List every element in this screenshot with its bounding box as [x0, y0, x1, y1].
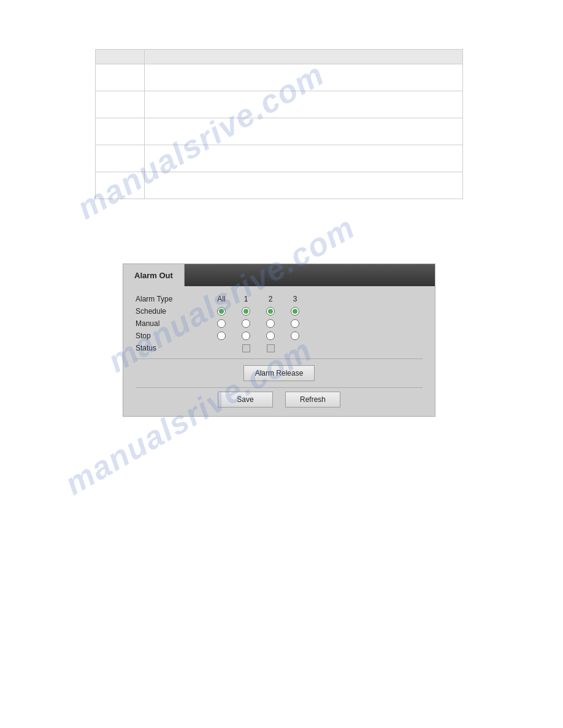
- row-3-left: [96, 118, 145, 145]
- schedule-label: Schedule: [136, 307, 209, 316]
- header-col-right: [144, 50, 462, 64]
- manual-radio-3[interactable]: [283, 319, 307, 328]
- alarm-release-row: Alarm Release: [136, 365, 423, 381]
- alarm-title-text: Alarm Out: [134, 271, 173, 280]
- bottom-buttons: Save Refresh: [136, 387, 423, 408]
- row-1-right: [144, 64, 462, 91]
- row-1-left: [96, 64, 145, 91]
- stop-radio-2-btn[interactable]: [266, 332, 275, 340]
- alarm-panel: Alarm Out Alarm Type All 1 2 3 Schedule: [123, 264, 435, 417]
- alarm-release-button[interactable]: Alarm Release: [243, 365, 315, 381]
- stop-radio-1-btn[interactable]: [242, 332, 250, 340]
- schedule-radio-all[interactable]: [209, 307, 234, 316]
- schedule-radio-3-btn[interactable]: [291, 307, 299, 316]
- row-3-right: [144, 118, 462, 145]
- row-2-right: [144, 91, 462, 118]
- col-header-1: 1: [234, 295, 258, 303]
- row-5-right: [144, 172, 462, 199]
- table-header-row: [96, 50, 463, 64]
- status-label: Status: [136, 344, 209, 352]
- stop-radio-3[interactable]: [283, 332, 307, 340]
- row-2-left: [96, 91, 145, 118]
- table-row: [96, 91, 463, 118]
- col-header-3: 3: [283, 295, 307, 303]
- alarm-panel-title: Alarm Out: [123, 264, 185, 286]
- stop-label: Stop: [136, 332, 209, 340]
- manual-radio-2-btn[interactable]: [266, 319, 275, 328]
- separator-1: [136, 358, 423, 359]
- table-row: [96, 145, 463, 172]
- stop-radio-all[interactable]: [209, 332, 234, 340]
- schedule-radio-2-btn[interactable]: [266, 307, 275, 316]
- schedule-radio-2[interactable]: [258, 307, 283, 316]
- stop-radio-3-btn[interactable]: [291, 332, 299, 340]
- row-4-right: [144, 145, 462, 172]
- table-row: [96, 64, 463, 91]
- status-cell-1[interactable]: [234, 344, 258, 352]
- save-button[interactable]: Save: [218, 392, 273, 408]
- row-5-left: [96, 172, 145, 199]
- stop-radio-all-btn[interactable]: [217, 332, 226, 340]
- manual-radio-all-btn[interactable]: [217, 319, 226, 328]
- manual-radio-1[interactable]: [234, 319, 258, 328]
- stop-radio-2[interactable]: [258, 332, 283, 340]
- row-4-left: [96, 145, 145, 172]
- manual-radio-1-btn[interactable]: [242, 319, 250, 328]
- manual-radio-all[interactable]: [209, 319, 234, 328]
- table-row: [96, 118, 463, 145]
- alarm-type-label: Alarm Type: [136, 295, 209, 303]
- col-header-all: All: [209, 295, 234, 303]
- alarm-grid: Alarm Type All 1 2 3 Schedule Manual: [136, 295, 423, 352]
- status-checkbox-1[interactable]: [242, 344, 250, 352]
- col-header-2: 2: [258, 295, 283, 303]
- table-row: [96, 172, 463, 199]
- schedule-radio-1[interactable]: [234, 307, 258, 316]
- schedule-radio-3[interactable]: [283, 307, 307, 316]
- top-table: [95, 49, 463, 199]
- refresh-button[interactable]: Refresh: [285, 392, 340, 408]
- header-col-left: [96, 50, 145, 64]
- alarm-panel-body: Alarm Type All 1 2 3 Schedule Manual: [123, 286, 435, 416]
- schedule-radio-1-btn[interactable]: [242, 307, 250, 316]
- status-checkbox-2[interactable]: [267, 344, 275, 352]
- manual-label: Manual: [136, 319, 209, 328]
- manual-radio-2[interactable]: [258, 319, 283, 328]
- manual-radio-3-btn[interactable]: [291, 319, 299, 328]
- alarm-panel-header: Alarm Out: [123, 264, 435, 286]
- schedule-radio-all-btn[interactable]: [217, 307, 226, 316]
- stop-radio-1[interactable]: [234, 332, 258, 340]
- status-cell-2[interactable]: [258, 344, 283, 352]
